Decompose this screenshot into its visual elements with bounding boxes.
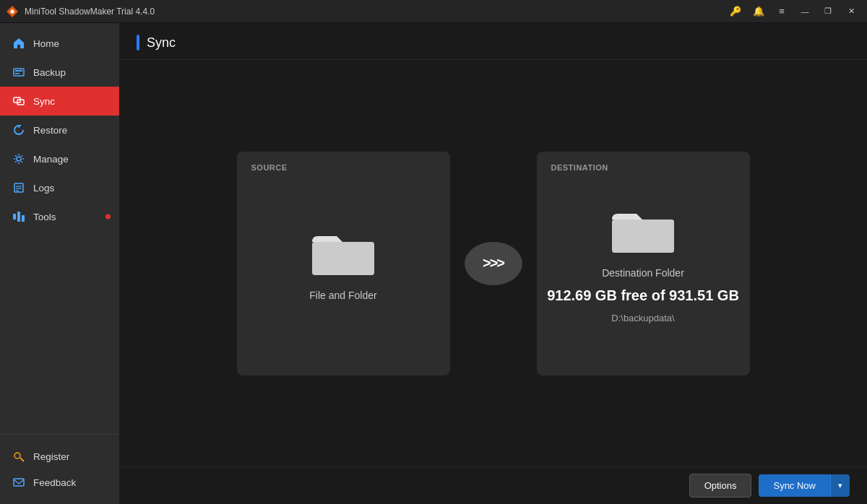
destination-panel[interactable]: DESTINATION Destination Folder 912.69 GB…	[537, 152, 750, 375]
pin-icon: 🔑	[725, 4, 746, 19]
sidebar-label-logs: Logs	[33, 183, 54, 194]
backup-icon	[12, 65, 26, 79]
page-header: Sync	[119, 23, 867, 60]
home-icon	[12, 36, 26, 51]
source-panel[interactable]: SOURCE File and Folder	[237, 152, 450, 375]
destination-label: DESTINATION	[551, 163, 608, 172]
svg-line-17	[20, 458, 24, 461]
destination-folder-icon	[611, 204, 676, 256]
sidebar-item-register[interactable]: Register	[0, 443, 119, 469]
sync-now-button-group: Sync Now ▾	[759, 474, 850, 497]
sync-now-button[interactable]: Sync Now	[759, 474, 830, 497]
sidebar-item-backup[interactable]: Backup	[0, 58, 119, 87]
main-content: Sync SOURCE File and Folder >>>	[119, 23, 867, 504]
options-button[interactable]: Options	[689, 474, 752, 498]
sync-icon	[12, 94, 26, 108]
svg-rect-22	[612, 220, 674, 253]
header-accent	[137, 35, 139, 51]
sidebar-item-restore[interactable]: Restore	[0, 116, 119, 144]
app-body: Home Backup	[0, 23, 867, 504]
svg-point-8	[17, 157, 21, 161]
sidebar-label-feedback: Feedback	[33, 477, 76, 488]
restore-icon	[12, 123, 26, 137]
menu-icon: ≡	[772, 4, 792, 19]
source-folder-name: File and Folder	[309, 290, 376, 301]
minimize-button[interactable]: —	[795, 4, 815, 19]
sidebar-label-sync: Sync	[33, 96, 55, 107]
manage-icon	[12, 152, 26, 166]
svg-point-16	[14, 453, 20, 459]
source-folder-icon	[311, 226, 376, 278]
sidebar-label-register: Register	[33, 451, 69, 462]
arrow-icon: >>>	[483, 255, 504, 271]
sync-area: SOURCE File and Folder >>> DESTINATION	[119, 60, 867, 466]
sidebar-label-restore: Restore	[33, 125, 67, 136]
svg-rect-15	[22, 215, 25, 222]
sync-now-dropdown-button[interactable]: ▾	[830, 474, 850, 497]
sidebar-item-sync[interactable]: Sync	[0, 87, 119, 116]
titlebar-left: MiniTool ShadowMaker Trial 4.4.0	[6, 5, 155, 18]
destination-path: D:\backupdata\	[611, 313, 674, 323]
bottom-bar: Options Sync Now ▾	[119, 466, 867, 504]
svg-point-2	[11, 9, 14, 13]
svg-rect-14	[17, 212, 20, 222]
sidebar-label-backup: Backup	[33, 67, 66, 78]
svg-rect-3	[14, 69, 24, 76]
sidebar-item-logs[interactable]: Logs	[0, 173, 119, 202]
sidebar-label-home: Home	[33, 38, 59, 49]
app-logo-icon	[6, 5, 19, 18]
app-title: MiniTool ShadowMaker Trial 4.4.0	[25, 6, 155, 17]
sync-arrow-connector: >>>	[465, 242, 522, 285]
sidebar-bottom: Register Feedback	[0, 434, 119, 504]
sidebar-item-manage[interactable]: Manage	[0, 144, 119, 173]
source-label: SOURCE	[251, 163, 288, 172]
mail-icon	[12, 475, 26, 490]
sidebar-nav: Home Backup	[0, 23, 119, 434]
sidebar-item-feedback[interactable]: Feedback	[0, 469, 119, 495]
bell-icon: 🔔	[749, 4, 769, 19]
svg-rect-5	[15, 73, 20, 74]
sidebar: Home Backup	[0, 23, 119, 504]
close-button[interactable]: ✕	[841, 4, 861, 19]
tools-badge	[105, 214, 111, 220]
page-title: Sync	[147, 35, 176, 51]
logs-icon	[12, 181, 26, 195]
destination-folder-name: Destination Folder	[602, 267, 684, 279]
titlebar: MiniTool ShadowMaker Trial 4.4.0 🔑 🔔 ≡ —…	[0, 0, 867, 23]
svg-rect-4	[15, 70, 22, 71]
svg-rect-13	[13, 214, 16, 220]
sidebar-label-tools: Tools	[33, 212, 56, 222]
sidebar-item-tools[interactable]: Tools	[0, 202, 119, 231]
sidebar-label-manage: Manage	[33, 154, 69, 165]
restore-button[interactable]: ❐	[818, 4, 838, 19]
svg-rect-20	[312, 242, 374, 275]
tools-icon	[12, 209, 26, 224]
key-icon	[12, 449, 26, 464]
sidebar-item-home[interactable]: Home	[0, 29, 119, 58]
window-controls: 🔑 🔔 ≡ — ❐ ✕	[725, 4, 861, 19]
destination-free-space: 912.69 GB free of 931.51 GB	[547, 287, 739, 304]
svg-rect-18	[14, 479, 24, 486]
